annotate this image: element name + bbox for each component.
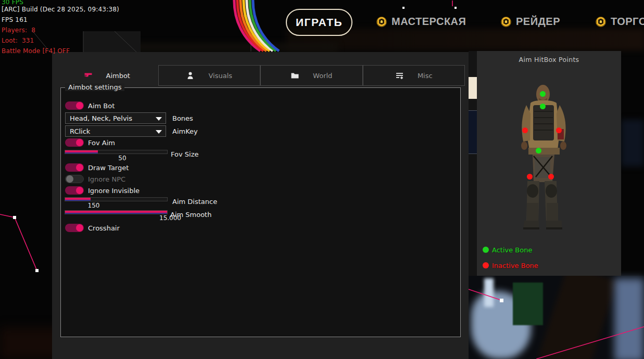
- fps-label: FPS 161: [2, 16, 28, 23]
- slider-fill: [65, 211, 167, 214]
- fov-size-slider[interactable]: [65, 150, 168, 154]
- tab-label: Aimbot: [106, 72, 130, 80]
- bone-dot-left-knee: [527, 174, 533, 179]
- coin-icon: [376, 17, 387, 27]
- bone-dot-pelvis: [536, 148, 541, 153]
- aim-distance-slider[interactable]: [65, 197, 168, 201]
- menu-item-label: ТОРГО: [611, 16, 644, 28]
- bones-label: Bones: [172, 114, 193, 122]
- rainbow-trail: [234, 0, 279, 51]
- slider-fill: [65, 150, 98, 153]
- tab-world[interactable]: World: [260, 65, 363, 86]
- aimkey-select-value: RClick: [70, 127, 90, 135]
- cheat-menu-panel: Aimbot Visuals World Misc: [52, 52, 469, 359]
- menu-item-trade[interactable]: ТОРГО: [596, 16, 644, 28]
- inactive-bone-label: Inactive Bone: [492, 262, 538, 270]
- tab-label: Visuals: [208, 72, 232, 80]
- battle-mode-label: Battle Mode [F4] OFF: [2, 47, 70, 55]
- hitbox-panel: Aim HitBox Points: [477, 51, 621, 276]
- pistol-icon: [84, 71, 93, 80]
- ignore-npc-toggle[interactable]: [65, 175, 84, 183]
- aim-bot-toggle[interactable]: [65, 101, 84, 110]
- toggle-knob: [76, 187, 83, 194]
- tab-misc[interactable]: Misc: [363, 65, 465, 86]
- folder-icon: [291, 71, 299, 80]
- play-button[interactable]: ИГРАТЬ: [286, 9, 352, 36]
- bone-dot-head: [540, 91, 546, 97]
- tab-bar: Aimbot Visuals World Misc: [56, 65, 465, 86]
- hitbox-panel-title: Aim HitBox Points: [477, 56, 621, 63]
- bone-dot-neck: [540, 104, 546, 109]
- background-window: [469, 110, 477, 154]
- toggle-knob: [76, 164, 83, 171]
- active-bone-label: Active Bone: [492, 246, 532, 254]
- person-icon: [186, 71, 195, 80]
- aim-smooth-slider[interactable]: [65, 210, 168, 214]
- ignore-invisible-toggle[interactable]: [65, 186, 84, 195]
- bone-dot-left-arm: [522, 127, 528, 133]
- background-light: [469, 77, 477, 99]
- screen: 30 FPS [ARC] Build (Dec 28 2025, 09:43:3…: [0, 0, 644, 359]
- tab-aimbot[interactable]: Aimbot: [56, 65, 158, 86]
- bone-dot-right-knee: [548, 174, 554, 179]
- tab-label: Misc: [418, 72, 433, 80]
- character-model: [518, 83, 578, 234]
- fov-size-label: Fov Size: [171, 150, 198, 158]
- slider-fill: [65, 198, 91, 201]
- aimkey-label: AimKey: [172, 127, 198, 135]
- build-label: [ARC] Build (Dec 28 2025, 09:43:38): [2, 6, 119, 13]
- loot-label: Loot: 331: [2, 37, 34, 44]
- dropdown-arrow-icon: [156, 130, 162, 134]
- menu-item-label: РЕЙДЕР: [516, 16, 560, 28]
- bone-dot-right-arm: [556, 127, 562, 133]
- fps-counter: 30 FPS: [2, 0, 23, 6]
- ignore-invisible-label: Ignore Invisible: [88, 187, 140, 195]
- playlist-add-icon: [395, 71, 404, 80]
- fov-aim-label: Fov Aim: [88, 139, 115, 147]
- bones-select-value: Head, Neck, Pelvis: [70, 114, 132, 122]
- menu-item-label: МАСТЕРСКАЯ: [392, 16, 466, 28]
- coin-icon: [596, 17, 606, 27]
- fov-aim-toggle[interactable]: [65, 138, 84, 147]
- aim-distance-value: 150: [86, 202, 102, 209]
- aim-smooth-label: Aim Smooth: [170, 211, 211, 219]
- toggle-knob: [76, 224, 83, 232]
- fov-size-value: 50: [115, 155, 130, 162]
- draw-target-toggle[interactable]: [65, 163, 84, 172]
- inactive-bone-dot-icon: [483, 262, 489, 268]
- dropdown-arrow-icon: [156, 117, 162, 121]
- aimkey-select[interactable]: RClick: [65, 125, 166, 137]
- tab-label: World: [313, 72, 332, 80]
- aim-distance-label: Aim Distance: [172, 198, 217, 206]
- toggle-knob: [66, 175, 73, 183]
- draw-target-label: Draw Target: [88, 164, 129, 172]
- crosshair-toggle[interactable]: [65, 224, 84, 232]
- aim-bot-label: Aim Bot: [88, 102, 115, 110]
- toggle-knob: [76, 102, 83, 109]
- players-label: Players: 8: [2, 27, 35, 34]
- aimbot-settings-group: Aimbot settings Aim Bot Head, Neck, Pelv…: [60, 87, 461, 337]
- group-title: Aimbot settings: [65, 83, 124, 91]
- ignore-npc-label: Ignore NPC: [88, 175, 125, 183]
- toggle-knob: [76, 139, 83, 146]
- bones-select[interactable]: Head, Neck, Pelvis: [65, 112, 166, 124]
- coin-icon: [501, 17, 511, 27]
- menu-item-workshop[interactable]: МАСТЕРСКАЯ: [376, 16, 466, 28]
- menu-item-raider[interactable]: РЕЙДЕР: [501, 16, 560, 28]
- tab-visuals[interactable]: Visuals: [158, 65, 261, 86]
- crosshair-label: Crosshair: [88, 224, 120, 232]
- active-bone-dot-icon: [483, 247, 489, 253]
